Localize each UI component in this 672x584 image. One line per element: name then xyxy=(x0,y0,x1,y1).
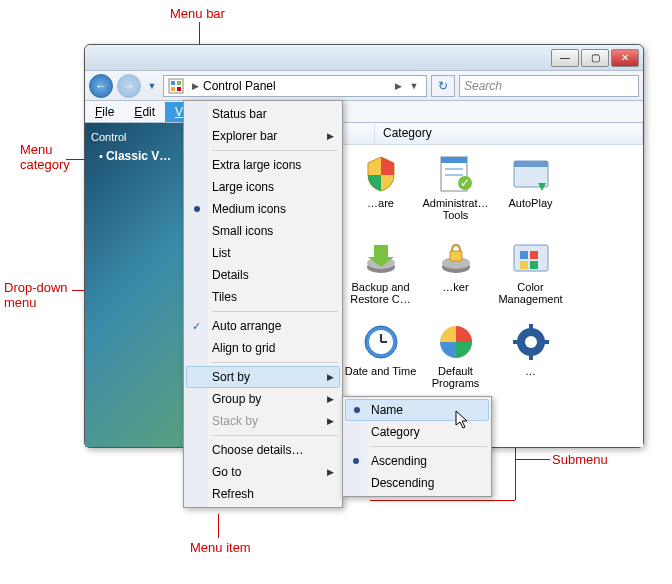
cursor-icon xyxy=(455,410,471,430)
menu-item-stack-by: Stack by▶ xyxy=(186,410,340,432)
breadcrumb[interactable]: ▶ Control Panel ▶ ▼ xyxy=(163,75,427,97)
default-programs-icon xyxy=(435,321,477,363)
list-item[interactable]: AutoPlay xyxy=(493,153,568,233)
list-item[interactable]: ✓Administrat… Tools xyxy=(418,153,493,233)
breadcrumb-path[interactable]: Control Panel xyxy=(203,79,391,93)
annotation-dropdown-menu: Drop-down menu xyxy=(4,280,68,310)
menu-item-sort-by[interactable]: Sort by▶ xyxy=(186,366,340,388)
maximize-button[interactable]: ▢ xyxy=(581,49,609,67)
menu-item-choose-details[interactable]: Choose details… xyxy=(186,439,340,461)
list-item[interactable]: … xyxy=(493,321,568,401)
item-label: AutoPlay xyxy=(508,197,552,209)
submenu-item-descending[interactable]: Descending xyxy=(345,472,489,494)
svg-rect-18 xyxy=(450,251,462,261)
back-button[interactable]: ← xyxy=(89,74,113,98)
item-label: …are xyxy=(367,197,394,209)
chevron-right-icon[interactable]: ▶ xyxy=(188,81,203,91)
menu-separator xyxy=(212,435,338,436)
svg-rect-3 xyxy=(171,87,175,91)
svg-text:✓: ✓ xyxy=(460,176,470,190)
admin-tools-icon: ✓ xyxy=(435,153,477,195)
sidebar: Control • Classic V… xyxy=(85,123,185,447)
annotation-line xyxy=(370,500,515,501)
menu-item-status-bar[interactable]: Status bar xyxy=(186,103,340,125)
svg-rect-21 xyxy=(530,251,538,259)
svg-rect-31 xyxy=(529,324,533,330)
svg-point-30 xyxy=(525,336,537,348)
list-item[interactable]: Date and Time xyxy=(343,321,418,401)
chevron-right-icon: ▶ xyxy=(327,467,334,477)
chevron-right-icon: ▶ xyxy=(327,131,334,141)
list-item[interactable]: …ker xyxy=(418,237,493,317)
explorer-window: — ▢ ✕ ← → ▼ ▶ Control Panel ▶ ▼ ↻ Search… xyxy=(84,44,644,448)
refresh-button[interactable]: ↻ xyxy=(431,75,455,97)
radio-icon xyxy=(194,206,200,212)
menu-item-small[interactable]: Small icons xyxy=(186,220,340,242)
list-item[interactable]: Backup and Restore C… xyxy=(343,237,418,317)
list-item[interactable]: Default Programs xyxy=(418,321,493,401)
svg-rect-4 xyxy=(177,87,181,91)
menu-item-details[interactable]: Details xyxy=(186,264,340,286)
nav-history-dropdown[interactable]: ▼ xyxy=(145,74,159,98)
control-panel-icon xyxy=(168,78,184,94)
svg-rect-20 xyxy=(520,251,528,259)
chevron-right-icon: ▶ xyxy=(327,372,334,382)
annotation-menu-category: Menu category xyxy=(20,142,70,172)
close-button[interactable]: ✕ xyxy=(611,49,639,67)
forward-button[interactable]: → xyxy=(117,74,141,98)
bitlocker-icon xyxy=(435,237,477,279)
list-item[interactable]: …are xyxy=(343,153,418,233)
sidebar-heading: Control xyxy=(91,131,179,143)
menu-edit[interactable]: Edit xyxy=(124,102,165,122)
item-label: Date and Time xyxy=(345,365,417,377)
autoplay-icon xyxy=(510,153,552,195)
radio-icon xyxy=(354,407,360,413)
menu-item-auto-arrange[interactable]: ✓Auto arrange xyxy=(186,315,340,337)
item-label: … xyxy=(525,365,536,377)
menu-separator xyxy=(371,446,487,447)
menu-item-explorer-bar[interactable]: Explorer bar▶ xyxy=(186,125,340,147)
radio-icon xyxy=(353,458,359,464)
chevron-right-icon: ▶ xyxy=(327,394,334,404)
menu-item-extra-large[interactable]: Extra large icons xyxy=(186,154,340,176)
menu-item-refresh[interactable]: Refresh xyxy=(186,483,340,505)
chevron-right-icon: ▶ xyxy=(327,416,334,426)
menu-item-go-to[interactable]: Go to▶ xyxy=(186,461,340,483)
menu-item-large[interactable]: Large icons xyxy=(186,176,340,198)
sidebar-item-classic[interactable]: • Classic V… xyxy=(91,149,179,163)
annotation-menu-item: Menu item xyxy=(190,540,251,555)
menu-item-group-by[interactable]: Group by▶ xyxy=(186,388,340,410)
item-label: Backup and Restore C… xyxy=(343,281,418,305)
svg-rect-1 xyxy=(171,81,175,85)
breadcrumb-dropdown[interactable]: ▼ xyxy=(406,81,422,91)
minimize-button[interactable]: — xyxy=(551,49,579,67)
menu-item-tiles[interactable]: Tiles xyxy=(186,286,340,308)
submenu-item-ascending[interactable]: Ascending xyxy=(345,450,489,472)
list-item[interactable]: Color Management xyxy=(493,237,568,317)
annotation-line xyxy=(218,514,219,538)
gear-icon xyxy=(510,321,552,363)
titlebar: — ▢ ✕ xyxy=(85,45,643,71)
menu-item-list[interactable]: List xyxy=(186,242,340,264)
svg-rect-32 xyxy=(529,354,533,360)
menu-item-medium[interactable]: Medium icons xyxy=(186,198,340,220)
backup-icon xyxy=(360,237,402,279)
menu-file[interactable]: FFileile xyxy=(85,102,124,122)
chevron-right-icon[interactable]: ▶ xyxy=(391,81,406,91)
address-bar: ← → ▼ ▶ Control Panel ▶ ▼ ↻ Search xyxy=(85,71,643,101)
shield-icon xyxy=(360,153,402,195)
column-category[interactable]: Category xyxy=(375,123,643,144)
svg-rect-33 xyxy=(513,340,519,344)
svg-rect-6 xyxy=(441,157,467,163)
search-input[interactable]: Search xyxy=(459,75,639,97)
item-label: Administrat… Tools xyxy=(418,197,493,221)
svg-rect-2 xyxy=(177,81,181,85)
menu-item-align-grid[interactable]: Align to grid xyxy=(186,337,340,359)
item-label: …ker xyxy=(442,281,468,293)
svg-rect-12 xyxy=(514,161,548,167)
item-label: Default Programs xyxy=(418,365,493,389)
menu-separator xyxy=(212,362,338,363)
menu-bar: FFileile Edit View Tools Help xyxy=(85,101,643,123)
clock-icon xyxy=(360,321,402,363)
check-icon: ✓ xyxy=(192,320,201,333)
